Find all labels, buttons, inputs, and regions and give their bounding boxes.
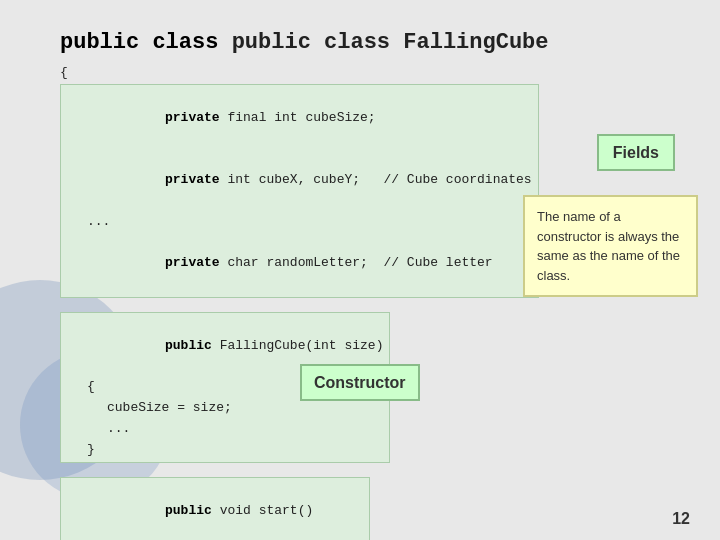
private-keyword-1: private: [165, 110, 220, 125]
private-keyword-2: private: [165, 172, 220, 187]
public-keyword-2: public: [165, 503, 212, 518]
private-keyword-3: private: [165, 255, 220, 270]
field-line-4: private char randomLetter; // Cube lette…: [67, 232, 532, 294]
field-line-2: private int cubeX, cubeY; // Cube coordi…: [67, 149, 532, 211]
method-signature: public void start(): [67, 480, 363, 540]
constructor-brace-close: }: [67, 440, 383, 461]
annotation-box: The name of a constructor is always the …: [523, 195, 698, 297]
constructor-label: Constructor: [300, 364, 420, 402]
code-block: { private final int cubeSize; private in…: [60, 63, 670, 540]
field-line-1: private final int cubeSize;: [67, 87, 532, 149]
title-keyword: public class: [60, 30, 232, 55]
constructor-body-2: ...: [67, 419, 383, 440]
field-ellipsis: ...: [67, 212, 532, 233]
public-keyword-1: public: [165, 338, 212, 353]
title-classname: public class FallingCube: [232, 30, 549, 55]
outer-brace-open: {: [60, 63, 670, 84]
annotation-text: The name of a constructor is always the …: [537, 209, 680, 283]
fields-label: Fields: [597, 134, 675, 172]
code-title: public class public class FallingCube: [60, 30, 670, 55]
